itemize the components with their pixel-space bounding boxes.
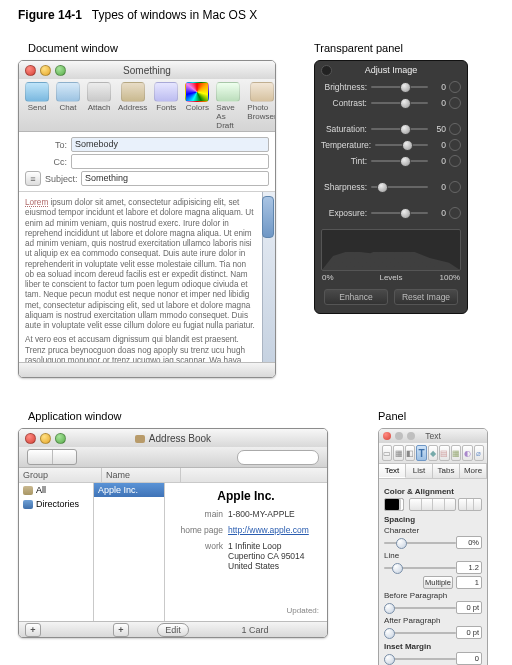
character-spacing-slider[interactable]: 0% (384, 538, 482, 548)
list-item: All (19, 483, 93, 497)
reset-icon[interactable] (449, 139, 461, 151)
after-value[interactable]: 0 pt (456, 626, 482, 639)
minimize-icon[interactable] (40, 65, 51, 76)
close-icon[interactable] (321, 65, 332, 76)
enhance-button[interactable]: Enhance (324, 289, 388, 305)
ab-titlebar[interactable]: Address Book (19, 429, 327, 447)
folder-icon (23, 500, 33, 509)
zoom-icon[interactable] (55, 433, 66, 444)
add-header-button[interactable]: ≡ (25, 171, 41, 186)
slider-label: Sharpness: (321, 182, 367, 192)
graphics-inspector-icon: ◆ (428, 445, 438, 461)
label-document-window: Document window (28, 42, 290, 54)
view-segmented-control[interactable] (27, 449, 77, 465)
colors-icon (185, 82, 209, 102)
slider[interactable] (371, 209, 428, 217)
panel-titlebar[interactable]: Text (379, 429, 487, 443)
mail-titlebar[interactable]: Something (19, 61, 275, 79)
line-spacing-slider[interactable]: 1.2 (384, 563, 482, 573)
name-list[interactable]: Apple Inc. (94, 483, 165, 621)
add-button[interactable]: + (25, 623, 41, 637)
tab-text[interactable]: Text (379, 464, 406, 478)
inspector-tabs[interactable]: ▭ ▦ ◧ T ◆ ▤ ▦ ◐ ⌀ (379, 443, 487, 464)
before-para-slider[interactable]: 0 pt (384, 603, 482, 613)
slider[interactable] (371, 125, 428, 133)
slider[interactable] (371, 99, 428, 107)
search-input[interactable] (237, 450, 319, 465)
tab-list[interactable]: List (406, 464, 433, 478)
photo-browser-button[interactable]: Photo Browser (245, 82, 276, 130)
align-vertical-segmented[interactable] (458, 498, 482, 511)
updated-label: Updated: (287, 606, 319, 615)
document-inspector-icon: ▭ (382, 445, 392, 461)
scroll-thumb[interactable] (262, 196, 274, 238)
character-value[interactable]: 0% (456, 536, 482, 549)
group-list[interactable]: All Directories (19, 483, 94, 621)
reset-icon[interactable] (449, 123, 461, 135)
inset-value[interactable]: 0 (456, 652, 482, 665)
paperclip-icon (87, 82, 111, 102)
slider-value: 0 (432, 182, 446, 192)
align-horizontal-segmented[interactable] (409, 498, 456, 511)
color-well[interactable] (384, 498, 404, 511)
cc-field[interactable] (71, 154, 269, 169)
send-icon (25, 82, 49, 102)
slider-value: 0 (432, 82, 446, 92)
zoom-icon[interactable] (55, 65, 66, 76)
close-icon[interactable] (25, 433, 36, 444)
save-draft-button[interactable]: Save As Draft (214, 82, 242, 130)
column-header-group: Group (19, 468, 102, 483)
scrollbar[interactable] (262, 192, 275, 362)
attach-button[interactable]: Attach (85, 82, 113, 130)
link-inspector-icon: ⌀ (474, 445, 484, 461)
slider-value: 50 (432, 124, 446, 134)
inspector-panel: Text ▭ ▦ ◧ T ◆ ▤ ▦ ◐ ⌀ Text List Tabs (378, 428, 488, 665)
reset-icon[interactable] (449, 97, 461, 109)
label-panel: Panel (378, 410, 488, 422)
close-icon[interactable] (25, 65, 36, 76)
after-para-slider[interactable]: 0 pt (384, 628, 482, 638)
mail-body[interactable]: Lorem ipsum dolor sit amet, consectetur … (19, 192, 275, 362)
document-window: Something Send Chat Attach Address Fonts… (18, 60, 276, 378)
minimize-icon[interactable] (40, 433, 51, 444)
slider-label: Saturation: (321, 124, 367, 134)
table-inspector-icon: ▦ (451, 445, 461, 461)
panel-title: Adjust Image (365, 65, 418, 75)
contact-card: Apple Inc. main1-800-MY-APPLE home pageh… (165, 483, 327, 621)
inset-margin-slider[interactable]: 0 (384, 654, 482, 664)
reset-image-button[interactable]: Reset Image (394, 289, 458, 305)
list-item: Apple Inc. (94, 483, 164, 497)
edit-button[interactable]: Edit (157, 623, 189, 637)
slider-label: Brightness: (321, 82, 367, 92)
homepage-link[interactable]: http://www.apple.com (228, 525, 309, 535)
list-item: Directories (19, 497, 93, 511)
fonts-button[interactable]: Fonts (152, 82, 180, 130)
subject-label: Subject: (45, 174, 77, 184)
reset-icon[interactable] (449, 207, 461, 219)
chat-button[interactable]: Chat (54, 82, 82, 130)
line-value[interactable]: 1.2 (456, 561, 482, 574)
subject-field[interactable]: Something (81, 171, 269, 186)
add-button[interactable]: + (113, 623, 129, 637)
slider[interactable] (371, 183, 428, 191)
colors-button[interactable]: Colors (183, 82, 211, 130)
send-button[interactable]: Send (23, 82, 51, 130)
before-value[interactable]: 0 pt (456, 601, 482, 614)
slider[interactable] (375, 141, 428, 149)
line-mode-select[interactable]: Multiple (423, 576, 453, 589)
book-icon (23, 486, 33, 495)
tab-tabs[interactable]: Tabs (433, 464, 460, 478)
slider[interactable] (371, 83, 428, 91)
column-header-name: Name (102, 468, 181, 483)
reset-icon[interactable] (449, 181, 461, 193)
draft-icon (216, 82, 240, 102)
to-field[interactable]: Somebody (71, 137, 269, 152)
tab-more[interactable]: More (460, 464, 487, 478)
reset-icon[interactable] (449, 155, 461, 167)
levels-histogram[interactable]: 0% Levels 100% (321, 229, 461, 271)
slider[interactable] (371, 157, 428, 165)
mail-toolbar: Send Chat Attach Address Fonts Colors Sa… (19, 79, 275, 132)
address-button[interactable]: Address (116, 82, 149, 130)
reset-icon[interactable] (449, 81, 461, 93)
line-mult-input[interactable]: 1 (456, 576, 482, 589)
